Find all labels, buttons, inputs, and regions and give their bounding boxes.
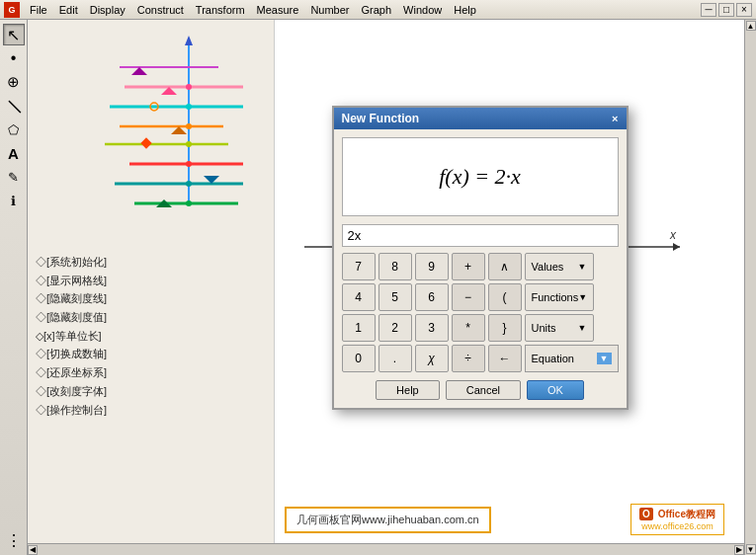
svg-point-19 — [186, 123, 192, 129]
svg-point-22 — [186, 181, 192, 187]
left-panel-menu-item[interactable]: ◇[切换成数轴] — [36, 345, 266, 363]
svg-marker-1 — [185, 36, 193, 45]
more-tool[interactable]: ⋮ — [3, 529, 25, 551]
calc-3[interactable]: 3 — [415, 314, 449, 342]
menu-item-display[interactable]: Display — [84, 3, 131, 17]
marker-tool[interactable]: ✎ — [3, 166, 25, 188]
calc-backspace[interactable]: ← — [488, 345, 522, 372]
ok-button[interactable]: OK — [527, 380, 584, 400]
left-panel-menu-item[interactable]: ◇[x]等单位长] — [36, 327, 266, 346]
calc-plus[interactable]: + — [452, 253, 485, 280]
calc-chi[interactable]: χ — [415, 345, 449, 372]
window-maximize-btn[interactable]: □ — [718, 3, 734, 17]
left-toolbar: ↖ • ⊕ | ⬠ A ✎ ℹ ⋮ — [0, 20, 28, 555]
calc-2[interactable]: 2 — [378, 314, 412, 342]
left-panel: ◇[系统初始化]◇[显示网格线]◇[隐藏刻度线]◇[隐藏刻度值]◇[x]等单位长… — [28, 20, 275, 555]
equation-label: Equation — [532, 353, 574, 364]
window-close-btn[interactable]: × — [736, 3, 752, 17]
calc-1[interactable]: 1 — [342, 314, 376, 342]
function-display: f(x) = 2·x — [342, 137, 619, 216]
calc-8[interactable]: 8 — [378, 253, 412, 280]
dialog-overlay: New Function × f(x) = 2·x — [275, 20, 744, 555]
function-input[interactable] — [342, 224, 619, 247]
function-formula: f(x) = 2·x — [439, 164, 521, 190]
left-panel-menu-item[interactable]: ◇[改刻度字体] — [36, 382, 266, 401]
svg-point-20 — [186, 141, 192, 147]
calc-5[interactable]: 5 — [378, 283, 412, 311]
dialog-title-bar[interactable]: New Function × — [334, 108, 627, 129]
left-panel-menu-item[interactable]: ◇[操作控制台] — [36, 401, 266, 420]
help-button[interactable]: Help — [376, 380, 440, 400]
left-panel-menu-item[interactable]: ◇[隐藏刻度线] — [36, 289, 266, 308]
geometry-area — [36, 28, 266, 245]
svg-point-17 — [186, 84, 192, 90]
new-function-dialog: New Function × f(x) = 2·x — [332, 106, 629, 410]
calc-0[interactable]: 0 — [342, 345, 376, 372]
left-panel-menu-item[interactable]: ◇[还原坐标系] — [36, 363, 266, 382]
info-tool[interactable]: ℹ — [3, 190, 25, 211]
app-logo: G — [4, 2, 20, 18]
left-panel-menu-item[interactable]: ◇[显示网格线] — [36, 272, 266, 290]
graph-area: 2 3 4 x New Function × — [275, 20, 744, 555]
svg-point-23 — [186, 200, 192, 206]
menu-item-number[interactable]: Number — [304, 3, 355, 17]
cancel-button[interactable]: Cancel — [446, 380, 521, 400]
equation-dropdown-arrow: ▼ — [597, 353, 612, 364]
point-tool[interactable]: • — [3, 47, 25, 69]
menu-item-edit[interactable]: Edit — [53, 3, 84, 17]
equation-dropdown[interactable]: Equation ▼ — [525, 345, 619, 372]
calc-4[interactable]: 4 — [342, 283, 376, 311]
dialog-close-icon[interactable]: × — [612, 113, 618, 124]
calc-multiply[interactable]: * — [452, 314, 485, 342]
calc-divide[interactable]: ÷ — [452, 345, 485, 372]
svg-marker-16 — [131, 67, 147, 75]
menu-item-help[interactable]: Help — [448, 3, 482, 17]
left-panel-menu-item[interactable]: ◇[系统初始化] — [36, 253, 266, 272]
left-panel-menu-item[interactable]: ◇[隐藏刻度值] — [36, 308, 266, 327]
functions-btn[interactable]: Functions ▼ — [525, 283, 595, 311]
calc-dot[interactable]: . — [378, 345, 412, 372]
calc-close-brace[interactable]: } — [488, 314, 522, 342]
units-btn[interactable]: Units ▼ — [525, 314, 594, 342]
calc-open-paren[interactable]: ( — [488, 283, 522, 311]
menu-item-window[interactable]: Window — [397, 3, 448, 17]
svg-point-18 — [186, 104, 192, 110]
menu-item-graph[interactable]: Graph — [356, 3, 398, 17]
svg-point-21 — [186, 161, 192, 167]
menu-item-file[interactable]: File — [24, 3, 53, 17]
values-btn[interactable]: Values ▼ — [525, 253, 594, 280]
svg-rect-9 — [140, 137, 151, 148]
text-tool[interactable]: A — [3, 142, 25, 164]
menu-item-construct[interactable]: Construct — [131, 3, 190, 17]
menu-item-transform[interactable]: Transform — [190, 3, 251, 17]
calc-6[interactable]: 6 — [415, 283, 449, 311]
calc-minus[interactable]: − — [452, 283, 485, 311]
polygon-tool[interactable]: ⬠ — [3, 119, 25, 140]
dialog-title-text: New Function — [342, 112, 420, 125]
window-minimize-btn[interactable]: ─ — [701, 3, 716, 17]
arrow-tool[interactable]: ↖ — [3, 24, 25, 45]
calc-7[interactable]: 7 — [342, 253, 376, 280]
calc-9[interactable]: 9 — [415, 253, 449, 280]
menu-items-list: ◇[系统初始化]◇[显示网格线]◇[隐藏刻度线]◇[隐藏刻度值]◇[x]等单位长… — [36, 253, 266, 419]
vertical-scrollbar[interactable]: ▲ ▼ — [744, 20, 756, 555]
line-tool[interactable]: | — [0, 90, 29, 120]
menu-item-measure[interactable]: Measure — [251, 3, 305, 17]
calc-caret[interactable]: ∧ — [488, 253, 522, 280]
